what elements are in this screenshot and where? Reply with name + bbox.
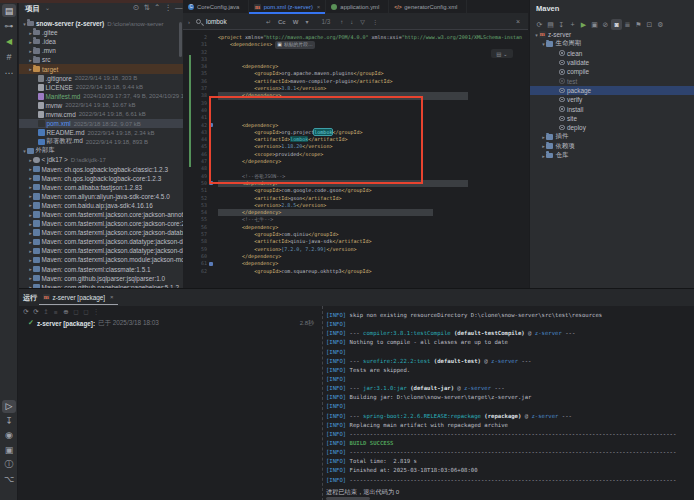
tree-row[interactable]: ▸ Maven: com.fasterxml.jackson.core:jack… <box>19 210 183 219</box>
build-console[interactable]: [INFO] skip non existing resourceDirecto… <box>326 311 694 500</box>
newline-icon[interactable]: ↵ <box>266 18 271 25</box>
tree-row[interactable]: ▸ Maven: ch.qos.logback:logback-classic:… <box>19 165 183 174</box>
maven-tree-row[interactable]: deploy <box>530 123 694 132</box>
stripe-icon[interactable]: ↧ <box>2 414 16 427</box>
maven-tree-row[interactable]: ▸ 插件 <box>530 132 694 141</box>
tree-row[interactable]: ▾ snow-server (z-server) D:\clone\snow-s… <box>19 19 183 28</box>
project-header-icon[interactable]: ⊙ <box>133 3 139 12</box>
stripe-icon[interactable]: ▤ <box>2 4 16 17</box>
editor-tab[interactable]: </> generatorConfig.xml <box>389 0 467 14</box>
search-options-chevron-icon[interactable]: ▾ <box>305 18 308 25</box>
maven-tree-row[interactable]: ▸ 仓库 <box>530 151 694 160</box>
maven-toolbar-icon[interactable]: ▶ <box>578 19 589 30</box>
tree-row[interactable]: .gitignore 2022/9/14 19:18, 303 B <box>19 74 183 83</box>
stripe-icon[interactable]: ⌥ <box>2 472 16 485</box>
maven-tree-row[interactable]: verify <box>530 95 694 104</box>
maven-tree-row[interactable]: compile <box>530 67 694 76</box>
tree-row[interactable]: ▸ Maven: com.fasterxml:classmate:1.5.1 <box>19 265 183 274</box>
tree-row[interactable]: ▸ Maven: com.github.jsqlparser:jsqlparse… <box>19 274 183 283</box>
maven-tree-row[interactable]: ▾ m z-server <box>530 30 694 39</box>
tree-row[interactable]: ▾ 外部库 <box>19 146 183 155</box>
tree-row[interactable]: pom.xml 2025/3/18 18:32, 9.07 kB <box>19 119 183 128</box>
more-options-icon[interactable]: ⋮ <box>372 18 378 25</box>
expand-search-icon[interactable]: › <box>188 19 190 25</box>
run-toolbar-icon[interactable]: ⟳ <box>31 307 41 317</box>
editor-tab[interactable]: C CoreConfig.java <box>183 0 249 14</box>
maven-toolbar-icon[interactable]: ⊘ <box>600 19 611 30</box>
tree-row[interactable]: ▸ Maven: com.baidu.aip:java-sdk:4.16.16 <box>19 201 183 210</box>
maven-tree-row[interactable]: site <box>530 114 694 123</box>
maven-toolbar-icon[interactable]: ◙ <box>611 19 622 30</box>
maven-toolbar-icon[interactable]: ▣ <box>589 19 600 30</box>
project-title[interactable]: 项目 <box>25 4 40 14</box>
tab-close-icon[interactable]: × <box>110 294 114 300</box>
paste-hint-badge[interactable]: ▣粘贴的片段… <box>275 41 315 48</box>
stripe-icon[interactable]: ◀ <box>2 35 16 48</box>
tab-close-icon[interactable]: × <box>317 4 321 10</box>
tree-row[interactable]: ▸ src <box>19 55 183 64</box>
inspections-widget[interactable]: ▤ ⌄ <box>491 49 513 58</box>
run-toolbar-icon[interactable]: ≡ <box>51 307 61 317</box>
tree-row[interactable]: mvnw 2022/9/14 19:18, 10.67 kB <box>19 101 183 110</box>
project-header-icon[interactable]: — <box>175 3 183 12</box>
words-toggle[interactable]: W <box>293 19 299 25</box>
stripe-icon[interactable]: ◉ <box>2 429 16 442</box>
next-match-icon[interactable]: ↓ <box>350 19 353 25</box>
tree-row[interactable]: 部署教程.md 2022/9/14 19:18, 893 B <box>19 137 183 146</box>
project-scrollbar-thumb[interactable] <box>179 22 182 57</box>
tree-row[interactable]: LICENSE 2022/9/14 19:18, 9.44 kB <box>19 83 183 92</box>
maven-tree-row[interactable]: ▾ 生命周期 <box>530 39 694 48</box>
run-toolbar-icon[interactable]: ⊕ <box>61 307 71 317</box>
project-header-icon[interactable]: ⌃ <box>154 3 160 12</box>
tree-row[interactable]: ▸ Maven: com.fasterxml.jackson.module:ja… <box>19 255 183 264</box>
tree-row[interactable]: ▸ .gitee <box>19 28 183 37</box>
maven-tree-row[interactable]: package <box>530 86 694 95</box>
stripe-icon[interactable]: ⋯ <box>2 66 16 79</box>
previous-match-icon[interactable]: ↑ <box>340 19 343 25</box>
run-toolbar-icon[interactable]: ◻ <box>81 307 91 317</box>
panel-divider[interactable] <box>322 306 323 500</box>
run-toolbar-icon[interactable]: ⋮ <box>91 307 101 317</box>
stripe-icon[interactable]: ⓘ <box>2 458 16 471</box>
tree-row[interactable]: ▸ Maven: com.fasterxml.jackson.datatype:… <box>19 246 183 255</box>
maven-toolbar-icon[interactable]: ⚙ <box>655 19 666 30</box>
maven-toolbar-icon[interactable]: ⊡ <box>644 19 655 30</box>
code-editor[interactable]: 2 <project xmlns="http://maven.apache.or… <box>183 30 528 288</box>
maven-toolbar-icon[interactable]: ↧ <box>556 19 567 30</box>
tree-row[interactable]: ▸ Maven: com.aliyun:aliyun-java-sdk-core… <box>19 192 183 201</box>
editor-tab[interactable]: m pom.xml (z-server) × <box>249 0 326 14</box>
tree-row[interactable]: ▸ .mvn <box>19 46 183 55</box>
maven-tree-row[interactable]: ▸ 依赖项 <box>530 142 694 151</box>
maven-toolbar-icon[interactable]: + <box>567 19 578 30</box>
maven-toolbar-icon[interactable]: ▤ <box>545 19 556 30</box>
maven-tree-row[interactable]: test <box>530 76 694 85</box>
stripe-icon[interactable]: ⊶ <box>2 20 16 33</box>
tree-row[interactable]: README.md 2022/9/14 19:18, 2.34 kB <box>19 128 183 137</box>
chevron-down-icon[interactable]: ⌄ <box>45 4 50 11</box>
stripe-icon[interactable]: ▷ <box>2 400 16 413</box>
project-header-icon[interactable]: ⇅ <box>144 3 150 12</box>
project-header-icon[interactable]: ⋮ <box>165 3 173 12</box>
tree-row[interactable]: ▸ Maven: com.fasterxml.jackson.datatype:… <box>19 237 183 246</box>
tree-row[interactable]: mvnw.cmd 2022/9/14 19:18, 6.61 kB <box>19 110 183 119</box>
tree-row[interactable]: ▸ Maven: ch.qos.logback:logback-core:1.2… <box>19 174 183 183</box>
gutter-maven-icon[interactable] <box>209 262 213 266</box>
tree-row[interactable]: ▸ Maven: com.alibaba:fastjson:1.2.83 <box>19 183 183 192</box>
tree-row[interactable]: ▸ Maven: com.fasterxml.jackson.core:jack… <box>19 228 183 237</box>
stripe-icon[interactable]: # <box>2 51 16 64</box>
match-case-toggle[interactable]: Cc <box>278 19 286 25</box>
tree-row[interactable]: ▸ Maven: com.fasterxml.jackson.core:jack… <box>19 219 183 228</box>
run-node[interactable]: ✓ z-server [package]: 已于 2025/3/18 18:03… <box>19 318 322 328</box>
run-toolbar-icon[interactable]: ◻ <box>71 307 81 317</box>
maven-tree-row[interactable]: install <box>530 104 694 113</box>
maven-tree-row[interactable]: validate <box>530 58 694 67</box>
maven-toolbar-icon[interactable]: ⚑ <box>633 19 644 30</box>
filter-icon[interactable]: ▽ <box>360 18 365 25</box>
editor-tab[interactable]: application.yml <box>326 0 389 14</box>
search-input[interactable]: lombok <box>206 18 266 25</box>
close-search-icon[interactable]: × <box>516 18 520 25</box>
run-toolbar-icon[interactable]: ↥ <box>41 307 51 317</box>
tree-row[interactable]: ▸ < jdk17 > D:\sdk\jdk-17 <box>19 155 183 164</box>
stripe-icon[interactable]: ▣ <box>2 443 16 456</box>
run-tab[interactable]: m z-server [package] × <box>39 289 118 305</box>
